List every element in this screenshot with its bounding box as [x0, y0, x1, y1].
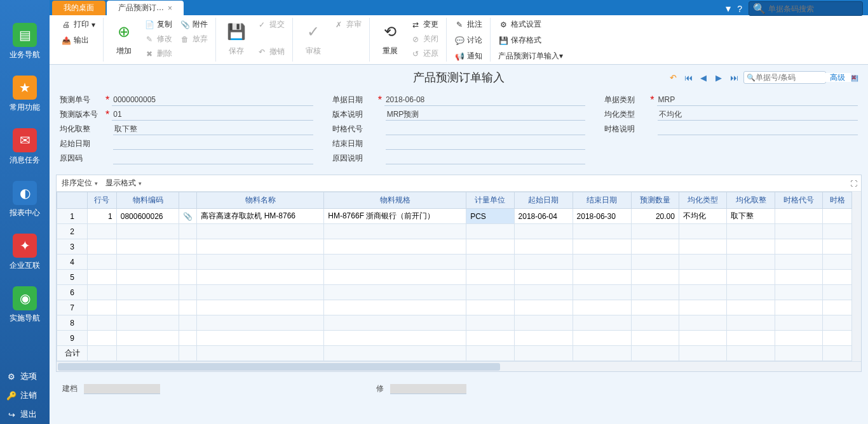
next-icon[interactable]: ▶ [713, 72, 724, 83]
tab-home[interactable]: 我的桌面 [52, 1, 105, 15]
save-button[interactable]: 💾保存 [221, 18, 252, 59]
col-start[interactable]: 起始日期 [514, 192, 573, 209]
help-icon[interactable]: ? [737, 4, 742, 14]
discard-button[interactable]: 🗑放弃 [177, 32, 210, 46]
page-search[interactable]: 🔍 ✖ [743, 71, 826, 84]
table-row[interactable]: 2 [57, 224, 852, 239]
restore-button[interactable]: ↺还原 [408, 47, 441, 60]
copy-icon: 📄 [144, 20, 154, 30]
table-row[interactable]: 1 1 0800600026 📎 高容高速存取款机 HM-8766 HM-876… [57, 209, 852, 224]
edit-button[interactable]: ✎修改 [142, 32, 175, 46]
nav-logout[interactable]: 🔑注销 [0, 386, 50, 405]
col-spec[interactable]: 物料规格 [324, 192, 466, 209]
field-slot-code[interactable] [386, 123, 586, 135]
col-attach[interactable] [179, 192, 197, 209]
gear-icon: ⚙ [6, 371, 17, 381]
field-version[interactable] [112, 109, 313, 121]
table-row[interactable]: 8 [57, 315, 852, 331]
nav-biz[interactable]: ▤业务导航 [0, 18, 50, 70]
discuss-button[interactable]: 💬讨论 [452, 34, 485, 47]
field-end[interactable] [386, 138, 586, 150]
nav-options[interactable]: ⚙选项 [0, 367, 50, 386]
bulk-button[interactable]: ✎批注 [452, 18, 485, 31]
field-start[interactable] [113, 138, 313, 150]
fmt-order-button[interactable]: 产品预测订单输入▾ [496, 50, 566, 63]
horizontal-scrollbar[interactable] [57, 361, 861, 371]
top-search-input[interactable] [768, 4, 864, 13]
col-slot2[interactable]: 时格 [823, 192, 852, 209]
col-avground[interactable]: 均化取整 [727, 192, 775, 209]
vertical-scrollbar[interactable] [852, 192, 861, 361]
dropdown-icon[interactable]: ▾ [726, 3, 731, 15]
change-button[interactable]: ⇄变更 [408, 18, 441, 31]
field-avg-round[interactable] [113, 123, 313, 135]
field-order-no[interactable] [112, 94, 313, 106]
nav-report[interactable]: ◐报表中心 [0, 176, 50, 229]
col-code[interactable]: 物料编码 [116, 192, 179, 209]
add-button[interactable]: ⊕增加 [109, 18, 139, 59]
tab-active[interactable]: 产品预测订…× [107, 1, 184, 15]
audit-button[interactable]: ✓审核 [298, 18, 329, 59]
field-reason[interactable] [113, 152, 313, 164]
ribbon: 🖨打印 ▾ 📤输出 ⊕增加 📄复制 ✎修改 ✖删除 📎附件 🗑放弃 💾保存 [50, 15, 868, 65]
audit-icon: ✓ [303, 22, 323, 42]
table-row[interactable]: 3 [57, 239, 852, 255]
table-row[interactable]: 5 [57, 270, 852, 285]
field-order-type[interactable] [657, 94, 858, 106]
col-avgtype[interactable]: 均化类型 [679, 192, 726, 209]
top-search[interactable]: 🔍 [749, 1, 863, 16]
revoke-button[interactable]: ↶撤销 [254, 45, 287, 58]
close-icon[interactable]: × [168, 4, 172, 13]
paperclip-icon[interactable]: 📎 [179, 209, 197, 224]
table-row[interactable]: 6 [57, 285, 852, 300]
grid-sort-button[interactable]: 排序定位 [62, 178, 98, 189]
col-unit[interactable]: 计量单位 [466, 192, 514, 209]
lbl-version-desc: 版本说明 [332, 109, 376, 120]
nav-imp[interactable]: ◉实施导航 [0, 281, 50, 334]
nav-exit[interactable]: ↪退出 [0, 405, 50, 424]
list-icon[interactable]: ▤ [849, 72, 860, 83]
first-icon[interactable]: ⏮ [682, 72, 694, 83]
nav-msg[interactable]: ✉消息任务 [0, 123, 50, 176]
bulk-icon: ✎ [454, 20, 465, 30]
export-icon: 📤 [61, 36, 71, 46]
col-qty[interactable]: 预测数量 [631, 192, 679, 209]
col-name[interactable]: 物料名称 [197, 192, 324, 209]
refresh-button[interactable]: ⟲重展 [375, 18, 405, 59]
edit-icon: ✎ [144, 34, 154, 44]
editor-value [390, 384, 466, 394]
reject-button[interactable]: ✗弃审 [331, 18, 364, 31]
field-reason-desc[interactable] [386, 152, 586, 164]
submit-button[interactable]: ✓提交 [254, 18, 287, 31]
table-row[interactable]: 9 [57, 331, 852, 346]
copy-button[interactable]: 📄复制 [142, 18, 175, 31]
col-slot[interactable]: 时格代号 [775, 192, 822, 209]
nav-fav[interactable]: ★常用功能 [0, 70, 50, 123]
col-line[interactable]: 行号 [88, 192, 117, 209]
close-button[interactable]: ⊘关闭 [408, 32, 441, 46]
prev-icon[interactable]: ◀ [698, 72, 709, 83]
last-icon[interactable]: ⏭ [728, 72, 740, 83]
delete-button[interactable]: ✖删除 [142, 47, 175, 60]
grid-expand-icon[interactable]: ⛶ [850, 180, 857, 187]
field-avg-type[interactable] [658, 109, 858, 121]
table-row[interactable]: 7 [57, 300, 852, 315]
undo-icon[interactable]: ↶ [667, 72, 679, 83]
footer: 建档 修 [50, 376, 868, 402]
export-button[interactable]: 📤输出 [58, 34, 92, 47]
lbl-slot-desc: 时格说明 [604, 124, 648, 135]
field-slot-desc[interactable] [658, 123, 858, 135]
grid-format-button[interactable]: 显示格式 [105, 178, 142, 189]
notify-button[interactable]: 📢通知 [452, 50, 485, 63]
col-end[interactable]: 结束日期 [573, 192, 631, 209]
data-grid[interactable]: 行号 物料编码 物料名称 物料规格 计量单位 起始日期 结束日期 预测数量 均化… [57, 192, 852, 361]
advanced-link[interactable]: 高级 [830, 72, 845, 83]
field-order-date[interactable] [384, 94, 585, 106]
fmt-save-button[interactable]: 💾保存格式 [496, 34, 544, 47]
field-version-desc[interactable] [386, 109, 586, 121]
print-button[interactable]: 🖨打印 ▾ [58, 18, 98, 31]
attach-button[interactable]: 📎附件 [177, 18, 210, 31]
table-row[interactable]: 4 [57, 255, 852, 270]
fmt-set-button[interactable]: ⚙格式设置 [496, 18, 544, 31]
nav-link[interactable]: ✦企业互联 [0, 229, 50, 281]
